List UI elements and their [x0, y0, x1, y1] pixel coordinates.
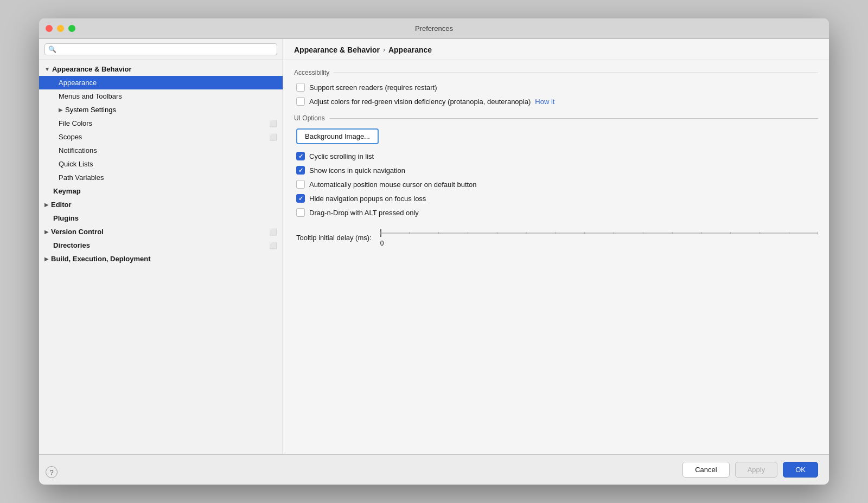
sidebar-item-appearance[interactable]: Appearance: [39, 76, 283, 89]
chevron-down-icon: ▼: [44, 66, 50, 72]
bg-image-btn-row: Background Image...: [294, 128, 818, 144]
cyclic-scrolling-text: Cyclic scrolling in list: [309, 152, 374, 160]
ui-options-section: UI Options Background Image... Cyclic sc…: [294, 114, 818, 247]
search-wrap[interactable]: 🔍: [44, 43, 277, 55]
notifications-label: Notifications: [59, 146, 97, 154]
titlebar-buttons: [46, 25, 75, 32]
sidebar-item-path-variables[interactable]: Path Variables: [39, 171, 283, 184]
sidebar-section-version-control[interactable]: ▶ Version Control ⬜: [39, 225, 283, 238]
quick-lists-label: Quick Lists: [59, 160, 93, 168]
copy-icon: ⬜: [269, 120, 277, 127]
show-icons-text: Show icons in quick navigation: [309, 166, 405, 175]
main-content: Accessibility Support screen readers (re…: [283, 60, 829, 454]
show-icons-checkbox[interactable]: [296, 166, 305, 175]
tooltip-slider[interactable]: [380, 228, 818, 238]
sidebar-section-appearance-behavior[interactable]: ▼ Appearance & Behavior: [39, 62, 283, 76]
how-it-link[interactable]: How it: [535, 98, 554, 106]
support-screen-readers-row: Support screen readers (requires restart…: [294, 83, 818, 92]
minimize-button[interactable]: [57, 25, 64, 32]
sidebar-item-scopes[interactable]: Scopes ⬜: [39, 130, 283, 144]
plugins-label: Plugins: [44, 214, 79, 222]
sidebar-section-editor[interactable]: ▶ Editor: [39, 198, 283, 211]
search-input[interactable]: [59, 46, 273, 53]
titlebar: Preferences: [39, 18, 829, 39]
content-area: 🔍 ▼ Appearance & Behavior Appearance Men…: [39, 39, 829, 454]
version-control-label: Version Control: [51, 228, 104, 236]
sidebar-item-file-colors[interactable]: File Colors ⬜: [39, 117, 283, 130]
apply-button: Apply: [735, 462, 778, 478]
ok-button[interactable]: OK: [783, 462, 818, 478]
bottom-bar-wrapper: Cancel Apply OK ?: [39, 454, 829, 485]
sidebar-section-build[interactable]: ▶ Build, Execution, Deployment: [39, 252, 283, 266]
sidebar-item-menus-toolbars[interactable]: Menus and Toolbars: [39, 89, 283, 103]
help-button[interactable]: ?: [46, 466, 58, 478]
tooltip-row: Tooltip initial delay (ms):: [294, 228, 818, 247]
ui-options-section-label: UI Options: [294, 114, 818, 122]
sidebar-item-plugins[interactable]: Plugins: [39, 211, 283, 225]
show-icons-row: Show icons in quick navigation: [294, 166, 818, 175]
hide-nav-popups-checkbox[interactable]: [296, 194, 305, 203]
slider-ticks-svg: [380, 228, 818, 238]
sidebar-item-quick-lists[interactable]: Quick Lists: [39, 157, 283, 171]
chevron-right-build-icon: ▶: [44, 256, 49, 262]
adjust-colors-checkbox[interactable]: [296, 97, 305, 106]
copy-icon-scopes: ⬜: [269, 133, 277, 141]
breadcrumb-part2: Appearance: [388, 46, 432, 54]
copy-icon-dirs: ⬜: [269, 242, 277, 249]
hide-nav-popups-row: Hide navigation popups on focus loss: [294, 194, 818, 203]
slider-value: 0: [380, 240, 818, 247]
maximize-button[interactable]: [68, 25, 75, 32]
main-panel: Appearance & Behavior › Appearance Acces…: [283, 39, 829, 454]
tooltip-slider-container: 0: [380, 228, 818, 247]
sidebar-item-notifications[interactable]: Notifications: [39, 144, 283, 157]
chevron-right-icon: ▶: [59, 107, 63, 113]
drag-drop-text: Drag-n-Drop with ALT pressed only: [309, 209, 419, 217]
breadcrumb: Appearance & Behavior › Appearance: [283, 39, 829, 60]
breadcrumb-sep: ›: [383, 46, 385, 54]
cyclic-scrolling-row: Cyclic scrolling in list: [294, 152, 818, 160]
support-screen-readers-checkbox[interactable]: [296, 83, 305, 92]
auto-position-row: Automatically position mouse cursor on d…: [294, 180, 818, 189]
adjust-colors-row: Adjust colors for red-green vision defic…: [294, 97, 818, 106]
keymap-label: Keymap: [44, 187, 81, 195]
chevron-right-vc-icon: ▶: [44, 229, 49, 235]
drag-drop-checkbox[interactable]: [296, 208, 305, 217]
system-settings-label: System Settings: [65, 106, 116, 114]
sidebar-list: ▼ Appearance & Behavior Appearance Menus…: [39, 60, 283, 454]
adjust-colors-text: Adjust colors for red-green vision defic…: [309, 98, 531, 106]
editor-label: Editor: [51, 201, 72, 209]
tooltip-label: Tooltip initial delay (ms):: [296, 234, 372, 242]
sidebar-item-system-settings[interactable]: ▶ System Settings: [39, 103, 283, 117]
file-colors-label: File Colors: [59, 119, 92, 127]
breadcrumb-part1: Appearance & Behavior: [294, 46, 380, 54]
background-image-button[interactable]: Background Image...: [296, 128, 379, 144]
sidebar: 🔍 ▼ Appearance & Behavior Appearance Men…: [39, 39, 283, 454]
appearance-label: Appearance: [59, 79, 97, 87]
sidebar-item-directories[interactable]: Directories ⬜: [39, 238, 283, 252]
build-label: Build, Execution, Deployment: [51, 255, 150, 263]
copy-icon-vc: ⬜: [269, 228, 277, 236]
cancel-button[interactable]: Cancel: [682, 462, 729, 478]
auto-position-checkbox[interactable]: [296, 180, 305, 189]
cyclic-scrolling-checkbox[interactable]: [296, 152, 305, 160]
close-button[interactable]: [46, 25, 53, 32]
window-title: Preferences: [415, 24, 453, 33]
path-variables-label: Path Variables: [59, 173, 104, 182]
search-icon: 🔍: [48, 46, 56, 53]
scopes-label: Scopes: [59, 133, 82, 141]
auto-position-text: Automatically position mouse cursor on d…: [309, 180, 477, 189]
chevron-right-editor-icon: ▶: [44, 202, 49, 208]
accessibility-section-label: Accessibility: [294, 69, 818, 76]
drag-drop-row: Drag-n-Drop with ALT pressed only: [294, 208, 818, 217]
sidebar-item-keymap[interactable]: Keymap: [39, 184, 283, 198]
directories-label: Directories: [44, 241, 90, 249]
bottom-bar: Cancel Apply OK: [39, 454, 829, 485]
menus-toolbars-label: Menus and Toolbars: [59, 92, 122, 100]
search-bar: 🔍: [39, 39, 283, 60]
hide-nav-popups-text: Hide navigation popups on focus loss: [309, 195, 426, 203]
appearance-behavior-label: Appearance & Behavior: [52, 65, 132, 73]
preferences-window: Preferences 🔍 ▼ Appearance & Behavior Ap…: [39, 18, 829, 485]
support-screen-readers-text: Support screen readers (requires restart…: [309, 83, 437, 92]
